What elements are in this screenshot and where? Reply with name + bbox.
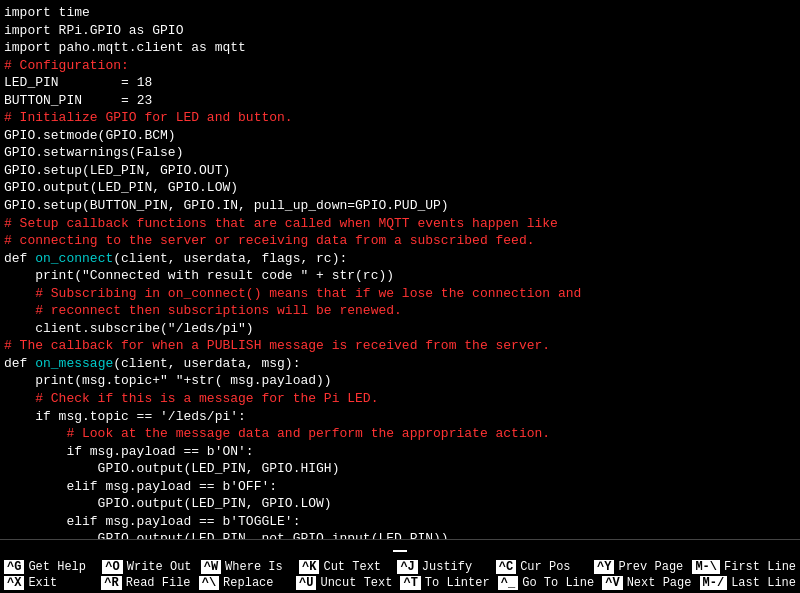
code-line: GPIO.output(LED_PIN, GPIO.HIGH) xyxy=(4,460,796,478)
command-key: ^O xyxy=(102,560,122,574)
command-key: M-\ xyxy=(692,560,720,574)
command-label: Cut Text xyxy=(323,560,381,574)
code-line: # connecting to the server or receiving … xyxy=(4,232,796,250)
code-line: LED_PIN = 18 xyxy=(4,74,796,92)
command-key: ^\ xyxy=(199,576,219,590)
command-key: ^_ xyxy=(498,576,518,590)
command-key: ^G xyxy=(4,560,24,574)
command-label: Last Line xyxy=(731,576,796,590)
command-key: ^K xyxy=(299,560,319,574)
terminal: import timeimport RPi.GPIO as GPIOimport… xyxy=(0,0,800,593)
command-key: M-/ xyxy=(700,576,728,590)
command-label: Read File xyxy=(126,576,191,590)
command-label: Write Out xyxy=(127,560,192,574)
code-line: GPIO.output(LED_PIN, not GPIO.input(LED_… xyxy=(4,530,796,539)
code-line: # The callback for when a PUBLISH messag… xyxy=(4,337,796,355)
code-line: GPIO.output(LED_PIN, GPIO.LOW) xyxy=(4,495,796,513)
code-line: import paho.mqtt.client as mqtt xyxy=(4,39,796,57)
code-line: # Initialize GPIO for LED and button. xyxy=(4,109,796,127)
command-label: Exit xyxy=(28,576,57,590)
code-line: # Setup callback functions that are call… xyxy=(4,215,796,233)
command-key: ^Y xyxy=(594,560,614,574)
command-item[interactable]: ^TTo Linter xyxy=(396,575,493,591)
code-line: GPIO.setmode(GPIO.BCM) xyxy=(4,127,796,145)
command-item[interactable]: ^CCur Pos xyxy=(492,559,590,575)
command-key: ^V xyxy=(602,576,622,590)
code-line: GPIO.setup(LED_PIN, GPIO.OUT) xyxy=(4,162,796,180)
command-item[interactable]: ^RRead File xyxy=(97,575,194,591)
code-line: elif msg.payload == b'TOGGLE': xyxy=(4,513,796,531)
command-item[interactable]: ^KCut Text xyxy=(295,559,393,575)
command-item[interactable]: ^OWrite Out xyxy=(98,559,196,575)
code-line: elif msg.payload == b'OFF': xyxy=(4,478,796,496)
command-item[interactable]: ^_Go To Line xyxy=(494,575,598,591)
bottom-bar: ^GGet Help^OWrite Out^WWhere Is^KCut Tex… xyxy=(0,557,800,593)
command-item[interactable]: M-\First Line xyxy=(688,559,800,575)
code-line: # Look at the message data and perform t… xyxy=(4,425,796,443)
code-line: # Check if this is a message for the Pi … xyxy=(4,390,796,408)
command-item[interactable]: ^VNext Page xyxy=(598,575,695,591)
command-label: Justify xyxy=(422,560,472,574)
code-line: client.subscribe("/leds/pi") xyxy=(4,320,796,338)
command-label: Replace xyxy=(223,576,273,590)
status-bar xyxy=(0,539,800,557)
code-line: GPIO.setup(BUTTON_PIN, GPIO.IN, pull_up_… xyxy=(4,197,796,215)
command-item[interactable]: ^YPrev Page xyxy=(590,559,688,575)
command-label: Next Page xyxy=(627,576,692,590)
command-label: To Linter xyxy=(425,576,490,590)
command-item[interactable]: M-/Last Line xyxy=(696,575,800,591)
code-line: import RPi.GPIO as GPIO xyxy=(4,22,796,40)
command-key: ^J xyxy=(397,560,417,574)
code-line: import time xyxy=(4,4,796,22)
command-label: Uncut Text xyxy=(320,576,392,590)
command-item[interactable]: ^\Replace xyxy=(195,575,292,591)
code-line: # Configuration: xyxy=(4,57,796,75)
command-key: ^T xyxy=(400,576,420,590)
command-item[interactable]: ^UUncut Text xyxy=(292,575,396,591)
command-label: Get Help xyxy=(28,560,86,574)
command-item[interactable]: ^WWhere Is xyxy=(197,559,295,575)
command-key: ^U xyxy=(296,576,316,590)
command-key: ^W xyxy=(201,560,221,574)
command-label: Prev Page xyxy=(618,560,683,574)
command-key: ^C xyxy=(496,560,516,574)
code-line: GPIO.setwarnings(False) xyxy=(4,144,796,162)
code-line: if msg.payload == b'ON': xyxy=(4,443,796,461)
status-message xyxy=(393,550,407,552)
command-item[interactable]: ^JJustify xyxy=(393,559,491,575)
command-item[interactable]: ^GGet Help xyxy=(0,559,98,575)
code-line: GPIO.output(LED_PIN, GPIO.LOW) xyxy=(4,179,796,197)
code-line: print(msg.topic+" "+str( msg.payload)) xyxy=(4,372,796,390)
code-line: # Subscribing in on_connect() means that… xyxy=(4,285,796,303)
code-area[interactable]: import timeimport RPi.GPIO as GPIOimport… xyxy=(0,2,800,539)
code-line: # reconnect then subscriptions will be r… xyxy=(4,302,796,320)
command-item[interactable]: ^XExit xyxy=(0,575,97,591)
command-label: Where Is xyxy=(225,560,283,574)
bottom-command-row: ^XExit^RRead File^\Replace^UUncut Text^T… xyxy=(0,575,800,591)
command-key: ^R xyxy=(101,576,121,590)
code-line: BUTTON_PIN = 23 xyxy=(4,92,796,110)
code-line: print("Connected with result code " + st… xyxy=(4,267,796,285)
command-label: Cur Pos xyxy=(520,560,570,574)
command-key: ^X xyxy=(4,576,24,590)
code-line: def on_message(client, userdata, msg): xyxy=(4,355,796,373)
code-line: def on_connect(client, userdata, flags, … xyxy=(4,250,796,268)
command-label: First Line xyxy=(724,560,796,574)
bottom-command-row: ^GGet Help^OWrite Out^WWhere Is^KCut Tex… xyxy=(0,559,800,575)
command-label: Go To Line xyxy=(522,576,594,590)
code-line: if msg.topic == '/leds/pi': xyxy=(4,408,796,426)
